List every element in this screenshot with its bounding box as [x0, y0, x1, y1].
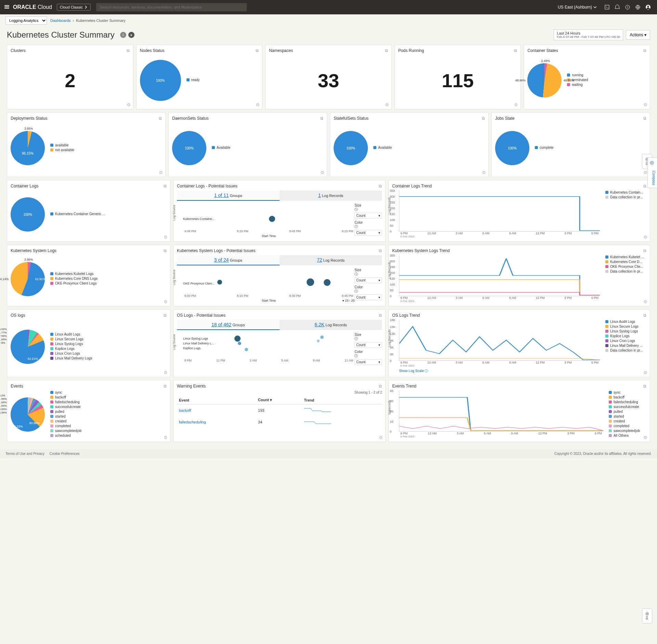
open-icon[interactable]: ⧉	[643, 248, 646, 253]
chart-controls: Size ⓘCount ▾ Color ⓘCount ▾	[355, 203, 382, 238]
explore-icon[interactable]: ⊙	[482, 170, 486, 175]
explore-icon[interactable]: ⊙	[644, 170, 647, 175]
open-icon[interactable]: ⧉	[643, 116, 646, 121]
explore-icon[interactable]: ⊙	[644, 102, 647, 107]
open-icon[interactable]: ⧉	[379, 248, 382, 253]
open-icon[interactable]: ⧉	[164, 248, 167, 253]
legend: Available	[373, 146, 392, 150]
open-icon[interactable]: ⧉	[164, 384, 167, 389]
chart-controls: Size ⓘCount ▾ Color ⓘCount ▾	[355, 268, 382, 302]
open-icon[interactable]: ⧉	[379, 313, 382, 318]
explore-icon[interactable]: ⊙	[321, 170, 324, 175]
service-selector[interactable]: Logging Analytics	[5, 16, 47, 25]
color-select[interactable]: Count ▾	[355, 359, 382, 365]
help-icon[interactable]: ?	[623, 2, 632, 12]
open-icon[interactable]: ⧉	[164, 184, 167, 188]
globe-icon[interactable]	[633, 2, 643, 12]
open-icon[interactable]: ⧉	[379, 184, 382, 188]
legend-label: not available	[55, 148, 74, 152]
col-event[interactable]: Event	[177, 396, 256, 405]
color-select[interactable]: Count ▾	[355, 230, 382, 236]
dev-tools-icon[interactable]	[602, 2, 612, 12]
open-icon[interactable]: ⧉	[643, 384, 646, 389]
explore-icon[interactable]: ⊙	[514, 102, 518, 107]
event-link[interactable]: failedscheduling	[179, 420, 206, 424]
open-icon[interactable]: ⧉	[256, 48, 259, 53]
y-tick: 0	[390, 230, 391, 233]
y-tick: 150	[390, 212, 395, 216]
legend-swatch	[535, 146, 538, 149]
table-row[interactable]: failedscheduling 34	[177, 416, 382, 428]
terms-link[interactable]: Terms of Use and Privacy	[5, 452, 44, 456]
trend-chart[interactable]: 350300250200150100500	[399, 190, 600, 232]
col-count[interactable]: Count ▾	[256, 396, 302, 405]
actions-button[interactable]: Actions ▾	[626, 30, 650, 40]
region-selector[interactable]: US East (Ashburn)	[558, 5, 597, 10]
open-icon[interactable]: ⧉	[127, 48, 130, 53]
explore-icon[interactable]: ⊙	[644, 299, 647, 304]
filter-icon[interactable]: ▾	[128, 32, 134, 38]
explore-icon[interactable]: ⊙	[644, 370, 647, 375]
legend-item: Linux Cron Logs	[50, 352, 92, 355]
open-icon[interactable]: ⧉	[320, 116, 323, 121]
tab-groups[interactable]: 3 of 24 Groups	[177, 255, 280, 265]
open-icon[interactable]: ⧉	[643, 313, 646, 318]
size-select[interactable]: Count ▾	[355, 277, 382, 283]
open-icon[interactable]: ⧉	[643, 48, 646, 53]
explore-icon[interactable]: ⊙	[644, 435, 647, 440]
legend-item: complete	[535, 146, 554, 149]
explore-icon[interactable]: ⊙	[385, 102, 389, 107]
legend-swatch	[50, 410, 53, 413]
open-icon[interactable]: ⧉	[379, 384, 382, 389]
col-trend[interactable]: Trend	[302, 396, 382, 405]
open-icon[interactable]: ⧉	[164, 313, 167, 318]
trend-chart[interactable]: 18K15K12K9K6K3K0	[399, 320, 600, 361]
explore-icon[interactable]: ⊙	[164, 299, 167, 304]
hamburger-icon[interactable]	[4, 4, 10, 11]
search-input[interactable]	[96, 3, 247, 11]
legend-label: Data collection in pr...	[610, 349, 643, 352]
explore-icon[interactable]: ⊙	[164, 435, 167, 440]
size-select[interactable]: Count ▾	[355, 213, 382, 219]
show-log-scale[interactable]: Show Log Scale ⓘ	[399, 369, 600, 373]
open-icon[interactable]: ⧉	[385, 48, 388, 53]
explore-icon[interactable]: ⊙	[159, 170, 163, 175]
trend-chart[interactable]: 403020100	[399, 391, 603, 432]
open-icon[interactable]: ⧉	[482, 116, 485, 121]
legend-label: Ksplice Logs	[55, 347, 75, 351]
explore-icon[interactable]: ⊙	[644, 235, 647, 239]
legend-item: Linux Audit Logs	[605, 320, 646, 324]
explore-icon[interactable]: ⊙	[127, 102, 130, 107]
open-icon[interactable]: ⧉	[159, 116, 162, 121]
compass-tab[interactable]: Compass	[647, 157, 657, 188]
groups-label: Groups	[230, 258, 242, 262]
open-icon[interactable]: ⧉	[643, 184, 646, 188]
profile-icon[interactable]	[643, 2, 653, 12]
breadcrumb-dashboards[interactable]: Dashboards	[50, 18, 70, 23]
tab-records[interactable]: 6.2K Log Records	[280, 320, 382, 330]
cloud-classic-button[interactable]: Cloud Classic	[57, 4, 91, 11]
tab-records[interactable]: 1 Log Records	[280, 190, 382, 201]
table-row[interactable]: backoff 193	[177, 405, 382, 417]
info-icon[interactable]: i	[120, 32, 126, 38]
event-link[interactable]: backoff	[179, 408, 191, 412]
size-select[interactable]: Count ▾	[355, 342, 382, 348]
explore-icon[interactable]: ⊙	[164, 370, 167, 375]
y-axis-label: Log Source	[172, 205, 176, 221]
records-num: 6.2K	[314, 322, 324, 327]
color-select[interactable]: Count ▾	[355, 294, 382, 300]
announcements-icon[interactable]	[613, 2, 622, 12]
tab-groups[interactable]: 1 of 11 Groups	[177, 190, 280, 201]
open-icon[interactable]: ⧉	[514, 48, 517, 53]
legend-swatch	[609, 415, 612, 418]
explore-icon[interactable]: ⊙	[256, 102, 259, 107]
tab-records[interactable]: 72 Log Records	[280, 255, 382, 265]
color-label: Color	[355, 285, 382, 289]
time-range-selector[interactable]: Last 24 Hours Feb 6 07:48 PM - Feb 7 07:…	[554, 29, 623, 40]
tab-groups[interactable]: 18 of 462 Groups	[177, 320, 280, 330]
explore-icon[interactable]: ⊙	[379, 435, 383, 440]
trend-chart[interactable]: 350300250200150100500	[399, 255, 600, 296]
explore-icon[interactable]: ⊙	[164, 235, 167, 239]
legend-swatch	[609, 396, 612, 399]
cookies-link[interactable]: Cookie Preferences	[50, 452, 80, 456]
